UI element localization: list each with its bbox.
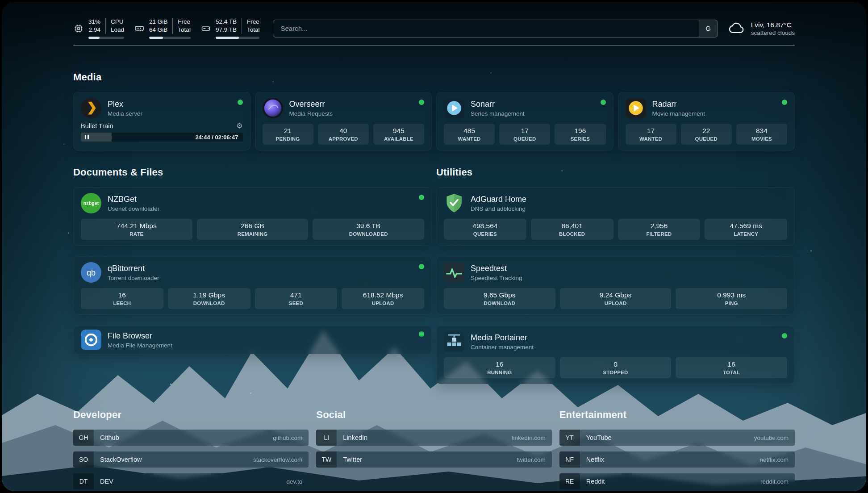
bookmark-name: Netflix xyxy=(586,456,604,463)
service-subtitle: Movie management xyxy=(652,110,705,117)
service-card-speedtest[interactable]: SpeedtestSpeedtest Tracking9.65 GbpsDOWN… xyxy=(436,256,795,315)
stat-label: SEED xyxy=(257,301,336,306)
service-card-qbittorrent[interactable]: qbqBittorrentTorrent downloader16LEECH1.… xyxy=(73,256,432,315)
metric-label-secondary: Load xyxy=(111,26,124,34)
bookmark-linkedin[interactable]: LILinkedInlinkedin.com xyxy=(316,430,551,446)
service-name: Sonarr xyxy=(471,100,525,109)
bookmark-name: YouTube xyxy=(586,434,612,441)
stat-value: 39.6 TB xyxy=(314,222,422,230)
service-card-sonarr[interactable]: SonarrSeries management485WANTED17QUEUED… xyxy=(436,92,613,150)
stat-box: 744.21 MbpsRATE xyxy=(81,219,192,240)
service-name: Media Portainer xyxy=(471,333,534,343)
bookmark-abbr: GH xyxy=(73,430,94,446)
service-card-plex[interactable]: PlexMedia serverBullet Train⚙24:44 / 02:… xyxy=(73,92,250,150)
section-documents: Documents & Files nzbgetNZBGetUsenet dow… xyxy=(73,167,432,354)
bookmark-abbr: NF xyxy=(559,451,580,468)
stat-box: 945AVAILABLE xyxy=(373,124,424,145)
stat-value: 834 xyxy=(738,127,785,135)
service-subtitle: Container management xyxy=(471,344,534,351)
stat-label: PENDING xyxy=(264,136,312,142)
status-dot xyxy=(419,331,424,337)
metric-label: Free xyxy=(178,18,191,26)
utilities-cards-stack: AdGuard HomeDNS and adblocking498,564QUE… xyxy=(436,187,795,384)
service-card-nzbget[interactable]: nzbgetNZBGetUsenet downloader744.21 Mbps… xyxy=(73,187,432,246)
bookmark-netflix[interactable]: NFNetflixnetflix.com xyxy=(559,451,795,468)
stat-label: WANTED xyxy=(446,136,493,142)
stat-value: 16 xyxy=(677,360,785,368)
bookmark-stackoverflow[interactable]: SOStackOverflowstackoverflow.com xyxy=(73,451,309,468)
status-dot xyxy=(238,100,243,105)
stat-box: 618.52 MbpsUPLOAD xyxy=(342,288,424,309)
player-progress-bar[interactable]: 24:44 / 02:06:47 xyxy=(81,133,243,142)
service-name: Plex xyxy=(108,100,142,109)
qbittorrent-icon: qb xyxy=(81,262,101,283)
cpu-icon xyxy=(73,23,84,34)
stat-value: 945 xyxy=(375,127,422,135)
bookmark-reddit[interactable]: RERedditreddit.com xyxy=(559,473,795,489)
speedtest-icon xyxy=(444,262,464,283)
stat-box: 22QUEUED xyxy=(681,124,732,145)
stat-label: QUERIES xyxy=(446,231,525,237)
bookmark-dev[interactable]: DTDEVdev.to xyxy=(73,473,309,489)
section-utilities: Utilities AdGuard HomeDNS and adblocking… xyxy=(436,167,795,384)
section-title-utilities: Utilities xyxy=(436,167,795,178)
stat-label: UPLOAD xyxy=(562,301,670,306)
stat-value: 2,956 xyxy=(620,222,699,230)
service-card-radarr[interactable]: RadarrMovie management17WANTED22QUEUED83… xyxy=(618,92,795,150)
usage-bar xyxy=(216,37,260,39)
stat-box: 266 GBREMAINING xyxy=(197,219,309,240)
service-card-file-browser[interactable]: File BrowserMedia File Management xyxy=(73,326,432,354)
bookmark-url: reddit.com xyxy=(760,478,789,485)
system-widget-cpu: 31%2.94CPULoad xyxy=(73,18,124,39)
metric-value: 21 GiB xyxy=(149,18,167,26)
stat-box: 40APPROVED xyxy=(318,124,369,145)
service-card-adguard-home[interactable]: AdGuard HomeDNS and adblocking498,564QUE… xyxy=(436,187,795,246)
stat-value: 17 xyxy=(627,127,675,135)
search-provider-button[interactable]: G xyxy=(699,20,718,37)
bookmark-abbr: DT xyxy=(73,473,94,489)
stat-label: DOWNLOADED xyxy=(314,231,422,237)
bookmark-url: twitter.com xyxy=(517,456,546,463)
search-input[interactable] xyxy=(273,20,698,37)
stat-value: 9.65 Gbps xyxy=(446,291,554,299)
section-title-social: Social xyxy=(316,409,551,421)
service-name: File Browser xyxy=(108,331,172,341)
stat-value: 744.21 Mbps xyxy=(83,222,191,230)
stat-box: 471SEED xyxy=(255,288,338,309)
stat-box: 16RUNNING xyxy=(444,357,555,378)
gear-icon[interactable]: ⚙ xyxy=(236,122,242,130)
service-name: AdGuard Home xyxy=(471,195,526,204)
stat-box: 2,956FILTERED xyxy=(618,219,701,240)
stat-box: 17QUEUED xyxy=(499,124,550,145)
stat-label: DOWNLOAD xyxy=(170,301,249,306)
metric-label: CPU xyxy=(111,18,124,26)
service-subtitle: Series management xyxy=(471,110,525,117)
player-time: 24:44 / 02:06:47 xyxy=(195,134,238,141)
status-dot xyxy=(419,264,424,269)
bookmark-group-social: SocialLILinkedInlinkedin.comTWTwittertwi… xyxy=(316,409,551,489)
bookmark-youtube[interactable]: YTYouTubeyoutube.com xyxy=(559,430,795,446)
bookmark-twitter[interactable]: TWTwittertwitter.com xyxy=(316,451,551,468)
nzbget-icon: nzbget xyxy=(81,193,101,213)
stat-label: RUNNING xyxy=(446,370,554,375)
overseerr-icon xyxy=(263,98,283,118)
weather-widget: Lviv, 16.87°C scattered clouds xyxy=(728,19,795,38)
metric-label-secondary: Total xyxy=(178,26,191,34)
service-card-media-portainer[interactable]: Media PortainerContainer management16RUN… xyxy=(436,326,795,384)
bookmark-url: youtube.com xyxy=(754,435,789,441)
stat-box: 47.569 msLATENCY xyxy=(705,219,787,240)
service-name: NZBGet xyxy=(108,195,159,204)
stat-box: 498,564QUERIES xyxy=(444,219,526,240)
middle-columns: Documents & Files nzbgetNZBGetUsenet dow… xyxy=(73,167,795,384)
stat-label: DOWNLOAD xyxy=(446,301,554,306)
stat-box: 9.24 GbpsUPLOAD xyxy=(560,288,672,309)
pause-icon[interactable] xyxy=(85,135,89,139)
service-card-overseerr[interactable]: OverseerrMedia Requests21PENDING40APPROV… xyxy=(255,92,432,150)
media-cards-grid: PlexMedia serverBullet Train⚙24:44 / 02:… xyxy=(73,92,795,150)
bookmark-sections: DeveloperGHGithubgithub.comSOStackOverfl… xyxy=(73,409,795,489)
service-subtitle: Media File Management xyxy=(108,342,172,349)
bookmark-github[interactable]: GHGithubgithub.com xyxy=(73,430,309,446)
plex-icon xyxy=(81,98,101,118)
bookmark-name: LinkedIn xyxy=(343,434,367,441)
now-playing: Bullet Train⚙24:44 / 02:06:47 xyxy=(81,122,243,142)
